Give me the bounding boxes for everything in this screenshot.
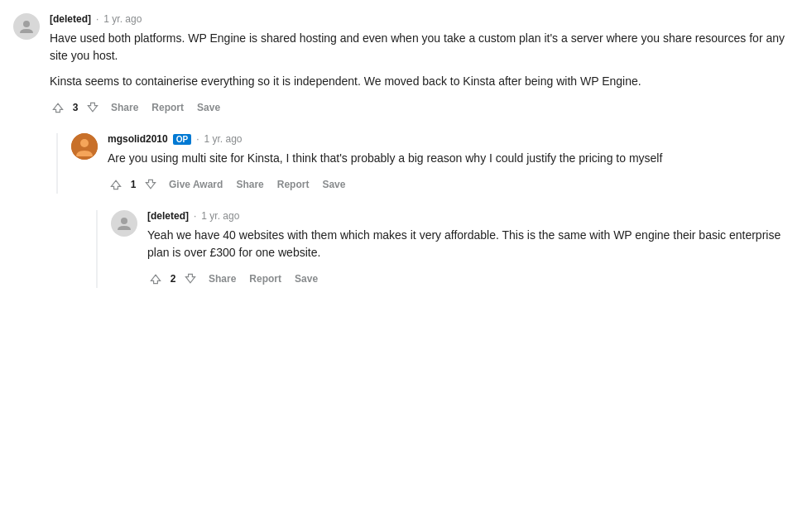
comment-meta: [deleted] · 1 yr. ago: [50, 13, 791, 25]
vote-buttons: 3: [50, 99, 101, 116]
svg-point-0: [23, 21, 30, 27]
avatar: [13, 13, 40, 40]
comment-author: mgsolid2010: [108, 133, 168, 145]
upvote-button[interactable]: [147, 271, 164, 287]
share-button[interactable]: Share: [108, 98, 142, 117]
upvote-button[interactable]: [108, 176, 124, 193]
vote-buttons: 2: [147, 271, 199, 287]
comment-actions: 2 Share Report Save: [147, 270, 791, 288]
share-button[interactable]: Share: [233, 175, 267, 194]
comment-text: Are you using multi site for Kinsta, I t…: [108, 150, 791, 167]
save-button[interactable]: Save: [194, 98, 223, 117]
vote-count: 2: [167, 273, 179, 285]
comment-thread: [deleted] · 1 yr. ago Have used both pla…: [13, 13, 791, 288]
vote-count: 3: [70, 102, 81, 113]
comment-item-nested: mgsolid2010 OP · 1 yr. ago Are you using…: [56, 133, 791, 194]
vote-count: 1: [127, 179, 139, 190]
comment-time: 1 yr. ago: [103, 13, 142, 25]
comment-actions: 1 Give Award Share Report Save: [108, 175, 791, 194]
comment-meta: [deleted] · 1 yr. ago: [147, 210, 791, 222]
avatar: [111, 210, 137, 237]
comment-author: [deleted]: [50, 13, 91, 25]
comment-item-nested-2: [deleted] · 1 yr. ago Yeah we have 40 we…: [96, 210, 791, 288]
upvote-button[interactable]: [50, 99, 66, 116]
dot-separator: ·: [194, 210, 196, 222]
report-button[interactable]: Report: [274, 175, 313, 194]
comment-actions: 3 Share Report Save: [50, 98, 791, 117]
dot-separator: ·: [196, 133, 199, 145]
svg-point-3: [121, 218, 127, 224]
save-button[interactable]: Save: [291, 270, 321, 288]
comment-text: Yeah we have 40 websites with them which…: [147, 227, 791, 261]
comment-author: [deleted]: [147, 210, 189, 222]
comment-body: [deleted] · 1 yr. ago Have used both pla…: [50, 13, 791, 117]
downvote-button[interactable]: [182, 271, 199, 287]
save-button[interactable]: Save: [319, 175, 348, 194]
avatar: [71, 133, 98, 160]
op-badge: OP: [173, 134, 191, 145]
downvote-button[interactable]: [84, 99, 101, 116]
vote-buttons: 1: [108, 176, 159, 193]
downvote-button[interactable]: [142, 176, 159, 193]
report-button[interactable]: Report: [246, 270, 285, 288]
comment-paragraph: Are you using multi site for Kinsta, I t…: [108, 150, 791, 167]
give-award-button[interactable]: Give Award: [166, 175, 226, 194]
comment-body: [deleted] · 1 yr. ago Yeah we have 40 we…: [147, 210, 791, 288]
dot-separator: ·: [96, 13, 98, 25]
svg-point-2: [80, 139, 89, 147]
report-button[interactable]: Report: [148, 98, 187, 117]
comment-paragraph: Yeah we have 40 websites with them which…: [147, 227, 791, 261]
comment-body: mgsolid2010 OP · 1 yr. ago Are you using…: [108, 133, 791, 194]
comment-text: Have used both platforms. WP Engine is s…: [50, 30, 791, 90]
share-button[interactable]: Share: [205, 270, 239, 288]
comment-time: 1 yr. ago: [204, 133, 243, 145]
comment-time: 1 yr. ago: [201, 210, 239, 222]
comment-paragraph: Have used both platforms. WP Engine is s…: [50, 30, 791, 65]
comment-item: [deleted] · 1 yr. ago Have used both pla…: [13, 13, 791, 117]
comment-paragraph: Kinsta seems to containerise everything …: [50, 73, 791, 90]
comment-meta: mgsolid2010 OP · 1 yr. ago: [108, 133, 791, 145]
